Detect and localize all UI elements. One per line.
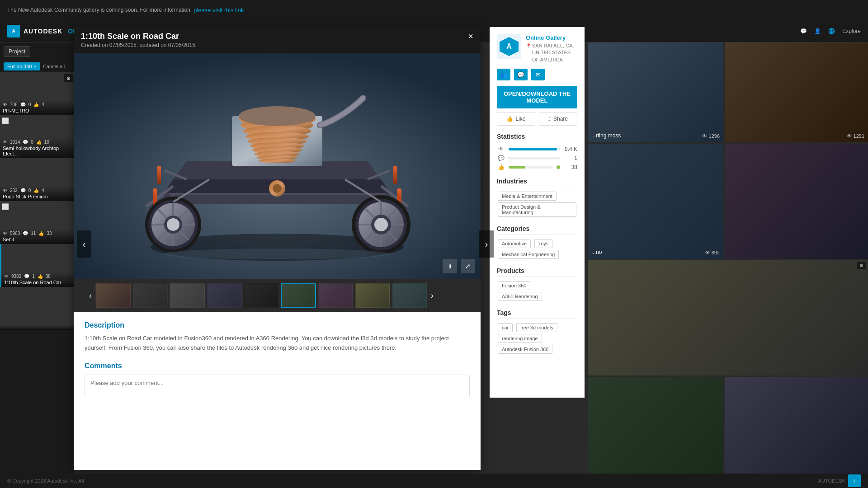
sidebar-thumbnail-6[interactable] (0, 287, 75, 330)
sidebar-thumbnail-1[interactable]: ⚙ 👁 706 💬 0 👍 4 PH-METRO (0, 72, 75, 115)
likes-icon: 👍 (33, 102, 39, 107)
thumb-overlay-4: 👁5963💬11👍33 Sebit (0, 229, 75, 244)
autodesk-icon: A (7, 25, 20, 38)
bg-thumb-1[interactable]: 👁 1296 ...rting moss ⚙ (588, 27, 723, 142)
sidebar-thumbnail-2[interactable]: ⬜ 👁1914💬0👍10 Semi-hollowbody Archtop Ele… (0, 115, 75, 158)
gallery-chat-button[interactable]: 💬 (514, 69, 528, 80)
thumb-icon-2: ⬜ (2, 117, 9, 124)
bg-thumb-2[interactable]: 👁 1291 ⚙ (725, 27, 868, 142)
thumb-title-2: Semi-hollowbody Archtop Elect... (3, 145, 72, 156)
product-tag-fusion360[interactable]: Fusion 360 (498, 281, 530, 290)
like-share-row: 👍 Like ⤴ Share (497, 112, 577, 126)
stat-row-likes: 👍 38 (497, 164, 577, 170)
globe-icon[interactable]: 🌐 (828, 28, 835, 34)
chat-icon[interactable]: 💬 (800, 28, 807, 34)
tag-rendering-image[interactable]: rendering image (498, 334, 542, 343)
thumbnail-9[interactable] (392, 283, 427, 308)
thumbnails-row: ‹ › (74, 279, 481, 312)
sidebar-thumbnail-4[interactable]: ⬜ 👁5963💬11👍33 Sebit (0, 201, 75, 244)
industries-tags: Media & Entertainment Product Design & M… (497, 191, 577, 218)
bg-thumb-5[interactable]: ⚙ (588, 260, 868, 375)
thumbnail-1[interactable] (95, 283, 131, 308)
category-tag-toys[interactable]: Toys (534, 239, 553, 248)
explore-btn[interactable]: Explore (842, 28, 861, 34)
thumb-title-1: PH-METRO (3, 108, 72, 113)
thumb-overlay-6 (0, 325, 75, 330)
image-expand-button[interactable]: ⤢ (461, 259, 475, 273)
gallery-location: 📍 SAN RAFAEL, CA, UNITED STATES OF AMERI… (526, 42, 577, 63)
like-label: Like (515, 116, 525, 122)
footer-right: AUTODESK ↑ (818, 474, 861, 487)
scroll-top-button[interactable]: ↑ (848, 474, 861, 487)
like-button[interactable]: 👍 Like (497, 112, 535, 126)
filter-tag-label: Fusion 360 (7, 64, 32, 69)
views-icon: 👁 (3, 102, 7, 107)
thumbnail-4[interactable] (207, 283, 242, 308)
svg-rect-24 (157, 166, 161, 184)
comments-title: Comments (85, 362, 470, 370)
likes-bar-wrap (509, 166, 553, 169)
thumb-title-3: Pogo Stick Premium (3, 194, 72, 199)
gallery-people-button[interactable]: 👥 (497, 69, 510, 80)
thumbnail-6[interactable] (281, 283, 316, 308)
image-info-button[interactable]: ℹ (443, 259, 457, 273)
svg-rect-25 (393, 166, 397, 184)
svg-point-43 (374, 218, 388, 231)
gallery-mail-button[interactable]: ✉ (531, 69, 545, 80)
thumb-overlay-2: 👁1914💬0👍10 Semi-hollowbody Archtop Elect… (0, 138, 75, 158)
thumbnail-8[interactable] (355, 283, 390, 308)
gallery-details: Online Gallery 📍 SAN RAFAEL, CA, UNITED … (526, 34, 577, 63)
thumb-nav-prev[interactable]: ‹ (87, 291, 94, 300)
cancel-all-button[interactable]: Cancel all (43, 62, 65, 70)
gallery-name: Online Gallery (526, 34, 577, 41)
views-bar (509, 148, 557, 150)
bg-thumb-6[interactable] (588, 377, 723, 488)
thumb-nav-next[interactable]: › (429, 291, 435, 300)
comments-bar-wrap (509, 157, 560, 160)
product-tag-a360[interactable]: A360 Rendering (498, 292, 542, 301)
category-tag-automotive[interactable]: Automotive (498, 239, 531, 248)
thumb-title-4: Sebit (3, 237, 72, 242)
location-pin-icon: 📍 (526, 43, 531, 49)
thumbnail-2[interactable] (132, 283, 168, 308)
open-download-button[interactable]: OPEN/DOWNLOAD THE MODEL (497, 86, 577, 108)
autodesk-hex-letter: A (506, 42, 512, 51)
comment-input[interactable] (85, 375, 470, 397)
nav-arrow-left[interactable]: ‹ (77, 230, 91, 258)
stat-row-comments: 💬 1 (497, 155, 577, 161)
bg-thumb-7[interactable] (725, 377, 868, 488)
bg-thumb-3-stats: 👁 892 (705, 250, 720, 255)
bg-thumb-4[interactable] (725, 144, 868, 259)
thumbnail-3[interactable] (170, 283, 205, 308)
thumbnail-5[interactable] (244, 283, 279, 308)
filter-tag-close-icon[interactable]: × (33, 64, 36, 69)
tag-free3d[interactable]: free 3d models (516, 323, 557, 332)
thumbnail-7[interactable] (318, 283, 353, 308)
thumb-icon-tr-1: ⚙ (64, 74, 73, 82)
modal-close-button[interactable]: × (468, 32, 473, 41)
categories-tags: Automotive Toys Mechanical Engineering (497, 238, 577, 260)
share-label: Share (553, 116, 568, 122)
industry-tag-media[interactable]: Media & Entertainment (498, 192, 557, 201)
gallery-info: A Online Gallery 📍 SAN RAFAEL, CA, UNITE… (497, 34, 577, 63)
user-icon[interactable]: 👤 (814, 28, 821, 34)
tags-list: car free 3d models rendering image Autod… (497, 322, 577, 355)
nav-arrow-right[interactable]: › (479, 230, 494, 258)
project-button[interactable]: Project (4, 46, 30, 57)
notification-link[interactable]: please visit this link. (193, 7, 245, 14)
likes-stat-value: 38 (564, 164, 577, 170)
tags-title: Tags (497, 309, 577, 319)
tag-autodesk-fusion[interactable]: Autodesk Fusion 360 (498, 345, 552, 354)
sidebar-thumbnail-5[interactable]: 👁9382💬1👍38 1:10th Scale on Road Car (0, 244, 75, 287)
category-tag-mechanical[interactable]: Mechanical Engineering (498, 250, 559, 259)
modal-subtitle: Created on 07/05/2015, updated on 07/05/… (81, 42, 195, 48)
fusion360-filter-tag[interactable]: Fusion 360 × (4, 62, 40, 70)
tag-car[interactable]: car (498, 323, 513, 332)
modal-body: Description 1:10th Scale on Road Car mod… (74, 312, 481, 408)
industry-tag-product-design[interactable]: Product Design & Manufacturing (498, 202, 576, 217)
bg-thumb-3[interactable]: 👁 892 ...no (588, 144, 723, 259)
share-button[interactable]: ⤴ Share (539, 112, 577, 126)
modal: 1:10th Scale on Road Car Created on 07/0… (74, 27, 481, 470)
modal-header: 1:10th Scale on Road Car Created on 07/0… (74, 27, 481, 53)
sidebar-thumbnail-3[interactable]: 👁232💬0👍4 Pogo Stick Premium (0, 158, 75, 201)
